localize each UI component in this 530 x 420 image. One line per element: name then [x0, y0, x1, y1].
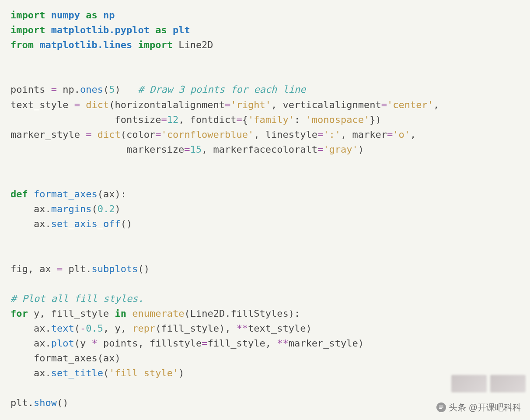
line-15: fig, ax = plt.subplots() — [10, 263, 150, 274]
line-24: plt.show() — [10, 397, 68, 408]
line-7: fontsize=12, fontdict={'family': 'monosp… — [10, 114, 381, 125]
toutiao-icon — [436, 402, 446, 412]
line-8: marker_style = dict(color='cornflowerblu… — [10, 129, 416, 140]
line-21: format_axes(ax) — [10, 353, 121, 364]
line-1: import numpy as np — [10, 10, 115, 21]
watermark-text: 头条 @开课吧科科 — [449, 401, 521, 414]
line-20: ax.plot(y * points, fillstyle=fill_style… — [10, 338, 364, 349]
code-block: import numpy as np import matplotlib.pyp… — [10, 8, 525, 411]
line-6: text_style = dict(horizontalalignment='r… — [10, 99, 439, 110]
line-5: points = np.ones(5) # Draw 3 points for … — [10, 84, 306, 95]
line-2: import matplotlib.pyplot as plt — [10, 24, 190, 35]
line-11: def format_axes(ax): — [10, 189, 126, 200]
line-19: ax.text(-0.5, y, repr(fill_style), **tex… — [10, 323, 312, 334]
line-18: for y, fill_style in enumerate(Line2D.fi… — [10, 308, 300, 319]
line-12: ax.margins(0.2) — [10, 203, 121, 214]
line-9: markersize=15, markerfacecoloralt='gray'… — [10, 144, 364, 155]
line-17: # Plot all fill styles. — [10, 293, 144, 304]
blurred-region — [451, 375, 526, 392]
watermark: 头条 @开课吧科科 — [436, 401, 521, 414]
line-13: ax.set_axis_off() — [10, 218, 132, 229]
line-3: from matplotlib.lines import Line2D — [10, 39, 213, 50]
line-22: ax.set_title('fill style') — [10, 368, 184, 378]
